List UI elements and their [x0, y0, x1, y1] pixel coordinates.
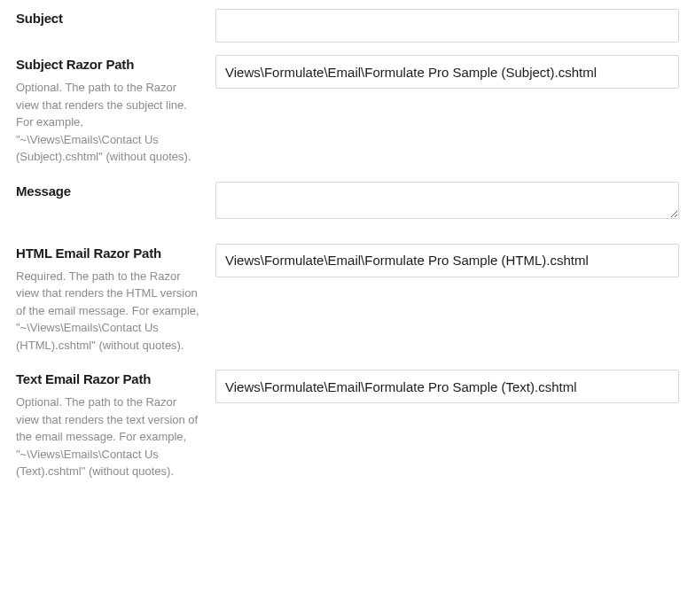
text-razor-path-row: Text Email Razor Path Optional. The path… — [16, 370, 679, 480]
text-razor-path-label: Text Email Razor Path — [16, 370, 201, 388]
subject-label: Subject — [16, 9, 201, 27]
subject-row: Subject — [16, 9, 679, 43]
subject-razor-path-row: Subject Razor Path Optional. The path to… — [16, 55, 679, 166]
html-razor-path-input[interactable] — [215, 244, 679, 277]
html-razor-path-label: HTML Email Razor Path — [16, 244, 201, 262]
html-razor-path-row: HTML Email Razor Path Required. The path… — [16, 244, 679, 355]
html-razor-path-help: Required. The path to the Razor view tha… — [16, 268, 201, 355]
message-label: Message — [16, 182, 201, 200]
message-input[interactable] — [215, 182, 679, 219]
text-razor-path-input[interactable] — [215, 370, 679, 403]
subject-input[interactable] — [215, 9, 679, 43]
subject-razor-path-input[interactable] — [215, 55, 679, 89]
text-razor-path-help: Optional. The path to the Razor view tha… — [16, 394, 201, 480]
subject-razor-path-help: Optional. The path to the Razor view tha… — [16, 79, 201, 166]
subject-razor-path-label: Subject Razor Path — [16, 55, 201, 74]
message-row: Message — [16, 182, 679, 222]
